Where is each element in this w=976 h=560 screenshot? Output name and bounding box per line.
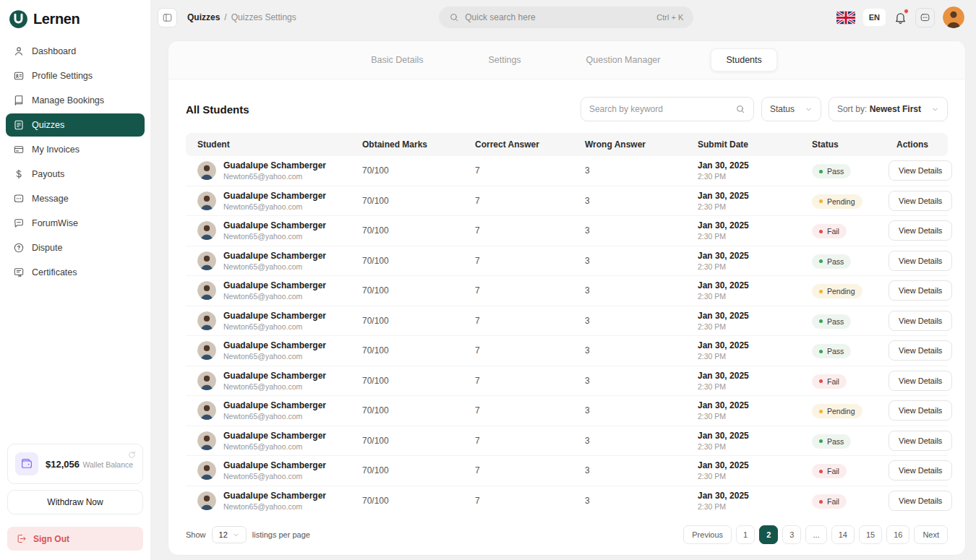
sidebar-toggle-button[interactable] [158, 8, 177, 27]
keyword-search[interactable] [581, 97, 754, 121]
student-name: Guadalupe Schamberger [223, 371, 326, 381]
view-details-button[interactable]: View Details [889, 191, 952, 211]
pagination-page-16[interactable]: 16 [886, 525, 909, 544]
view-details-button[interactable]: View Details [889, 160, 952, 181]
view-details-button[interactable]: View Details [889, 251, 952, 271]
obtained-marks: 70/100 [362, 496, 475, 506]
correct-answer: 7 [475, 465, 585, 475]
correct-answer: 7 [475, 376, 585, 386]
submit-date: Jan 30, 2025 [698, 431, 812, 441]
keyword-search-input[interactable] [589, 104, 735, 114]
tab-settings[interactable]: Settings [474, 49, 535, 71]
student-email: Newton65@yahoo.com [223, 232, 326, 241]
sidebar-item-message[interactable]: Message [6, 187, 145, 210]
status-label: Fail [827, 227, 839, 236]
view-details-button[interactable]: View Details [889, 491, 952, 511]
sort-select[interactable]: Sort by: Newest First [829, 97, 948, 121]
status-label: Pass [827, 317, 844, 326]
view-details-button[interactable]: View Details [889, 371, 952, 391]
sidebar-item-quizzes[interactable]: Quizzes [6, 113, 145, 137]
sidebar-item-dispute[interactable]: Dispute [6, 236, 145, 259]
view-details-button[interactable]: View Details [889, 460, 952, 481]
status-label: Fail [827, 497, 839, 506]
language-flag-icon[interactable] [836, 11, 855, 25]
sidebar-item-my-invoices[interactable]: My Invoices [6, 138, 145, 161]
sidebar-item-label: Message [32, 194, 69, 204]
sidebar-item-certificates[interactable]: Certificates [6, 261, 145, 284]
view-details-button[interactable]: View Details [889, 431, 952, 451]
refresh-icon[interactable] [127, 450, 137, 460]
submit-time: 2:30 PM [698, 232, 812, 241]
user-avatar[interactable] [943, 7, 964, 28]
student-name: Guadalupe Schamberger [223, 160, 326, 171]
notifications-bell-icon[interactable] [894, 11, 907, 25]
per-page-select[interactable]: 12 [212, 526, 247, 543]
breadcrumb-root[interactable]: Quizzes [187, 12, 220, 22]
correct-answer: 7 [475, 496, 585, 506]
sidebar-item-dashboard[interactable]: Dashboard [6, 40, 145, 63]
dispute-icon [13, 242, 25, 254]
student-cell: Guadalupe SchambergerNewton65@yahoo.com [197, 220, 362, 241]
view-details-button[interactable]: View Details [889, 400, 952, 421]
view-details-button[interactable]: View Details [889, 280, 952, 301]
breadcrumb-separator: / [224, 12, 226, 22]
table-row: Guadalupe SchambergerNewton65@yahoo.com7… [186, 396, 948, 426]
view-details-button[interactable]: View Details [889, 340, 952, 361]
submit-time: 2:30 PM [698, 412, 812, 421]
student-cell: Guadalupe SchambergerNewton65@yahoo.com [197, 400, 362, 421]
global-search-input[interactable] [465, 12, 651, 22]
page-title: All Students [186, 103, 249, 116]
pagination-page-14[interactable]: 14 [831, 525, 855, 544]
obtained-marks: 70/100 [362, 345, 475, 356]
view-details-button[interactable]: View Details [889, 220, 952, 241]
sidebar-item-payouts[interactable]: Payouts [6, 163, 145, 186]
chevron-down-icon [805, 105, 813, 113]
withdraw-button[interactable]: Withdraw Now [7, 490, 143, 514]
obtained-marks: 70/100 [362, 436, 475, 446]
student-name: Guadalupe Schamberger [223, 220, 326, 231]
pagination-previous-button[interactable]: Previous [683, 525, 732, 544]
sidebar-item-profile-settings[interactable]: Profile Settings [6, 64, 145, 87]
pagination-page-3[interactable]: 3 [782, 525, 801, 544]
search-icon [735, 104, 745, 114]
student-name: Guadalupe Schamberger [223, 311, 326, 321]
wallet-balance-label: Wallet Balance [82, 460, 133, 469]
sidebar-item-manage-bookings[interactable]: Manage Bookings [6, 89, 145, 112]
status-label: Pass [827, 347, 844, 356]
submit-date: Jan 30, 2025 [698, 160, 812, 171]
tab-basic-details[interactable]: Basic Details [356, 49, 437, 71]
tab-students[interactable]: Students [711, 48, 776, 72]
student-cell: Guadalupe SchambergerNewton65@yahoo.com [197, 280, 362, 301]
status-cell: Fail [812, 373, 889, 389]
status-cell: Pass [812, 313, 889, 329]
breadcrumb: Quizzes / Quizzes Settings [187, 12, 296, 22]
view-details-button[interactable]: View Details [889, 311, 952, 331]
tab-question-manager[interactable]: Question Manager [572, 49, 675, 71]
per-page-group: Show 12 listings per page [186, 526, 310, 543]
sidebar-item-label: Quizzes [32, 120, 64, 130]
sidebar-item-forumwise[interactable]: ForumWise [6, 212, 145, 235]
submit-date-cell: Jan 30, 20252:30 PM [698, 371, 812, 391]
language-button[interactable]: EN [863, 9, 886, 26]
student-avatar [197, 431, 216, 450]
global-search[interactable]: Ctrl + K [439, 7, 693, 28]
obtained-marks: 70/100 [362, 376, 475, 386]
status-filter-select[interactable]: Status [761, 97, 821, 121]
content-card: Basic DetailsSettingsQuestion ManagerStu… [168, 40, 966, 556]
pagination-next-button[interactable]: Next [914, 525, 948, 544]
student-avatar [197, 251, 216, 270]
student-email: Newton65@yahoo.com [223, 292, 326, 301]
student-name: Guadalupe Schamberger [223, 400, 326, 410]
pagination-ellipsis: ... [805, 525, 826, 544]
student-email: Newton65@yahoo.com [223, 172, 326, 181]
pagination-page-2[interactable]: 2 [759, 525, 778, 544]
status-dot-icon [819, 410, 823, 413]
pagination-page-1[interactable]: 1 [736, 525, 755, 544]
messages-button[interactable] [915, 8, 935, 27]
pagination-page-15[interactable]: 15 [859, 525, 882, 544]
status-cell: Fail [812, 223, 889, 239]
signout-button[interactable]: Sign Out [7, 527, 143, 551]
submit-time: 2:30 PM [698, 442, 812, 451]
status-badge: Pass [812, 314, 851, 329]
obtained-marks: 70/100 [362, 405, 475, 415]
